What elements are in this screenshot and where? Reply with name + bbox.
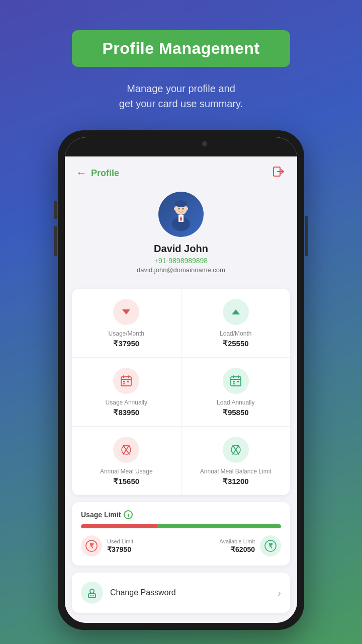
back-arrow-icon: ←	[76, 167, 87, 180]
svg-point-41	[90, 595, 91, 596]
progress-fill	[81, 524, 281, 528]
logout-button[interactable]	[272, 165, 286, 182]
available-limit-icon: ₹	[260, 535, 281, 556]
used-limit-icon: ₹	[81, 535, 102, 556]
usage-limit-section: Usage Limit i ₹	[72, 502, 290, 566]
load-annually-icon	[223, 368, 249, 394]
meal-usage-icon	[113, 437, 139, 463]
svg-rect-19	[123, 381, 125, 382]
svg-point-11	[174, 207, 176, 210]
avatar-section: David John +91-9898989898 david.john@dom…	[65, 187, 297, 283]
change-password-row[interactable]: Change Password ›	[72, 573, 290, 613]
phone-volume-up	[54, 201, 57, 219]
usage-month-label: Usage/Month	[109, 330, 144, 337]
svg-rect-26	[233, 381, 235, 382]
meal-usage-label: Annual Meal Usage	[100, 468, 153, 475]
svg-rect-22	[231, 377, 241, 386]
usage-limit-title: Usage Limit i	[81, 510, 281, 519]
load-annually-label: Load Annually	[217, 399, 254, 406]
info-icon: i	[124, 510, 133, 519]
stats-row-meal: Annual Meal Usage ₹15650 Annual	[72, 427, 290, 495]
back-label: Profile	[91, 168, 119, 179]
avatar	[158, 192, 204, 237]
usage-month-icon	[113, 299, 139, 325]
change-password-label: Change Password	[110, 588, 176, 597]
usage-month-value: ₹37950	[113, 339, 139, 348]
back-button[interactable]: ← Profile	[76, 167, 119, 180]
progress-bar	[81, 524, 281, 528]
svg-point-42	[92, 595, 93, 596]
load-month-value: ₹25550	[223, 339, 249, 348]
usage-month-cell: Usage/Month ₹37950	[72, 289, 182, 357]
svg-marker-13	[122, 309, 130, 314]
stats-row-monthly: Usage/Month ₹37950 Load/Month ₹25550	[72, 289, 290, 358]
available-limit-value: ₹62050	[219, 545, 255, 553]
usage-annually-value: ₹83950	[113, 408, 139, 417]
phone-notch-bar	[65, 137, 297, 156]
svg-rect-15	[121, 377, 131, 386]
stats-row-annually: Usage Annually ₹83950	[72, 358, 290, 427]
svg-text:₹: ₹	[89, 542, 94, 550]
phone-mockup: ← Profile	[58, 130, 304, 630]
usage-annually-cell: Usage Annually ₹83950	[72, 358, 182, 426]
user-name: David John	[154, 243, 208, 255]
used-limit-item: ₹ Used Limit ₹37950	[81, 535, 133, 556]
load-annually-value: ₹95850	[223, 408, 249, 417]
used-limit-info: Used Limit ₹37950	[107, 538, 133, 553]
svg-point-9	[178, 208, 180, 210]
profile-topbar: ← Profile	[65, 156, 297, 187]
load-month-label: Load/Month	[220, 330, 251, 337]
svg-point-10	[183, 208, 184, 210]
meal-balance-value: ₹31200	[223, 477, 249, 486]
used-limit-label: Used Limit	[107, 538, 133, 544]
svg-point-3	[175, 200, 187, 207]
usage-annually-label: Usage Annually	[106, 399, 147, 406]
available-limit-item: Available Limit ₹62050 ₹	[219, 535, 281, 556]
meal-usage-value: ₹15650	[113, 477, 139, 486]
change-password-left: Change Password	[81, 582, 176, 604]
load-month-icon	[223, 299, 249, 325]
svg-rect-21	[123, 383, 125, 384]
svg-point-12	[186, 207, 188, 210]
phone-power-button	[305, 216, 308, 256]
phone-notch	[146, 137, 216, 150]
title-banner: Profile Management	[72, 30, 290, 67]
user-email: david.john@domainname.com	[137, 266, 225, 274]
meal-balance-icon	[223, 437, 249, 463]
user-phone: +91-9898989898	[154, 257, 208, 265]
limit-row: ₹ Used Limit ₹37950 Available Limit ₹620…	[81, 535, 281, 556]
svg-rect-28	[233, 383, 235, 384]
stats-container: Usage/Month ₹37950 Load/Month ₹25550	[72, 289, 290, 495]
svg-text:₹: ₹	[268, 542, 273, 550]
meal-balance-label: Annual Meal Balance Limit	[200, 468, 272, 475]
chevron-right-icon: ›	[278, 587, 281, 599]
used-limit-value: ₹37950	[107, 545, 133, 553]
svg-rect-20	[127, 381, 129, 382]
phone-screen: ← Profile	[65, 137, 297, 623]
camera-dot	[202, 141, 207, 146]
available-limit-label: Available Limit	[219, 538, 255, 544]
usage-annually-icon	[113, 368, 139, 394]
svg-marker-14	[232, 309, 240, 314]
phone-volume-down	[54, 226, 57, 256]
svg-point-43	[93, 595, 94, 596]
load-annually-cell: Load Annually ₹95850	[182, 358, 291, 426]
page-title: Profile Management	[102, 39, 259, 58]
load-month-cell: Load/Month ₹25550	[182, 289, 291, 357]
password-icon	[81, 582, 103, 604]
available-limit-info: Available Limit ₹62050	[219, 538, 255, 553]
svg-point-39	[90, 589, 94, 593]
svg-rect-27	[237, 381, 239, 382]
screen-content: ← Profile	[65, 156, 297, 623]
meal-usage-cell: Annual Meal Usage ₹15650	[72, 427, 182, 495]
meal-balance-cell: Annual Meal Balance Limit ₹31200	[182, 427, 291, 495]
subtitle: Manage your profile and get your card us…	[119, 81, 243, 111]
